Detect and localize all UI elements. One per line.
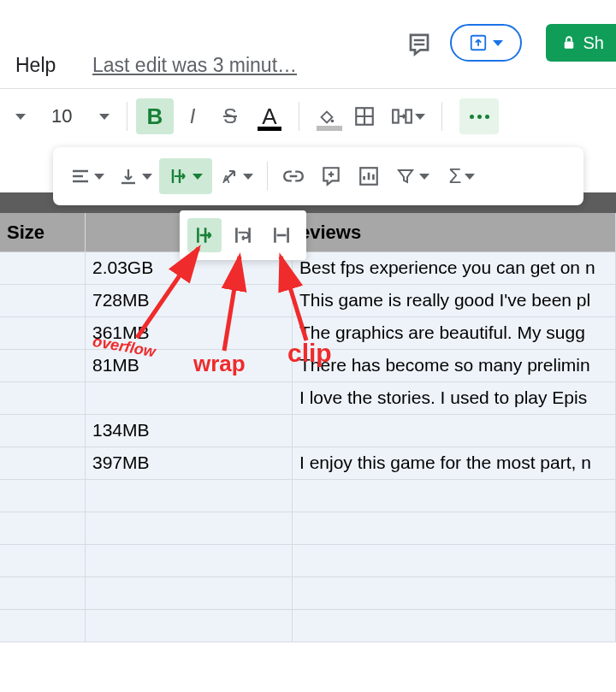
text-wrap-menu [180,210,306,260]
cell-size[interactable] [86,545,293,577]
wrap-option-wrap[interactable] [226,218,260,252]
cell-review[interactable]: Best fps experience you can get on n [293,252,616,284]
cell-review[interactable]: The graphics are beautiful. My sugg [293,317,616,349]
insert-chart-button[interactable] [350,158,388,194]
horizontal-align-button[interactable] [63,158,111,194]
cell-review[interactable]: There has become so many prelimin [293,350,616,381]
svg-rect-5 [406,109,412,122]
cell-size[interactable] [86,610,293,642]
more-tools-button[interactable] [459,98,499,134]
help-menu[interactable]: Help [15,54,56,77]
present-button[interactable] [450,24,522,62]
font-size-value: 10 [51,105,72,127]
spreadsheet-grid[interactable]: Size eviews 2.03GBBest fps experience yo… [0,192,616,692]
cell-review[interactable]: I love the stories. I used to play Epis [293,382,616,414]
functions-button[interactable]: Σ [437,158,487,194]
column-header-size[interactable]: Size [0,213,86,251]
filter-icon [395,166,416,186]
cell-review[interactable] [293,577,616,609]
link-icon [282,165,305,187]
wrap-icon [232,224,254,246]
chart-icon [358,165,380,187]
cell-review[interactable] [293,610,616,642]
table-row[interactable] [0,610,616,642]
format-toolbar: 10 B I S A [0,89,616,144]
cell-size[interactable]: 361MB [86,317,293,349]
last-edit-link[interactable]: Last edit was 3 minut… [92,54,297,77]
cell-size[interactable]: 134MB [86,415,293,447]
table-row[interactable]: 397MBI enjoy this game for the most part… [0,447,616,480]
borders-button[interactable] [346,98,383,134]
table-row[interactable] [0,480,616,512]
upload-icon [469,33,488,52]
wrap-option-clip[interactable] [264,218,299,252]
text-wrap-button[interactable] [159,158,212,194]
strikethrough-button[interactable]: S [211,98,249,134]
column-header-reviews[interactable]: eviews [293,213,616,251]
cell-size[interactable] [86,382,293,414]
align-left-icon [70,166,91,186]
share-button[interactable]: Sh [546,24,616,62]
sigma-icon: Σ [449,164,462,188]
add-comment-icon [320,165,342,187]
cell-review[interactable] [293,415,616,447]
cell-size[interactable]: 728MB [86,285,293,316]
table-row[interactable]: I love the stories. I used to play Epis [0,382,616,415]
share-label: Sh [583,33,604,53]
toolbar-separator [299,102,299,131]
cell-review[interactable] [293,480,616,512]
wrap-option-overflow[interactable] [187,218,222,252]
cell-size[interactable] [86,577,293,609]
table-row[interactable]: 361MBThe graphics are beautiful. My sugg [0,317,616,350]
comments-button[interactable] [400,26,438,63]
cell-review[interactable]: This game is really good I've been pl [293,285,616,316]
toolbar-separator [127,102,127,131]
table-row[interactable] [0,577,616,610]
vertical-align-button[interactable] [111,158,159,194]
toolbar-separator [441,102,442,131]
chevron-down-icon [142,174,152,180]
cell-review[interactable] [293,545,616,577]
chevron-down-icon [465,174,475,180]
table-row[interactable]: 2.03GBBest fps experience you can get on… [0,252,616,285]
borders-icon [353,105,376,127]
svg-text:A: A [222,174,230,186]
text-color-button[interactable]: A [249,98,290,134]
text-rotation-button[interactable]: A [212,158,260,194]
insert-link-button[interactable] [275,158,312,194]
table-row[interactable] [0,545,616,577]
table-row[interactable] [0,512,616,545]
fill-color-button[interactable] [308,98,346,134]
table-row[interactable]: 81MBThere has become so many prelimin [0,350,616,382]
font-dropdown[interactable] [5,98,36,134]
bold-button[interactable]: B [136,98,174,134]
ellipsis-icon [485,115,489,119]
chevron-down-icon [415,114,425,120]
text-rotation-icon: A [219,166,240,186]
menu-bar: Help Last edit was 3 minut… Sh [0,0,616,89]
filter-button[interactable] [388,158,437,194]
cell-size[interactable] [86,480,293,512]
table-row[interactable]: 134MB [0,415,616,447]
text-color-letter: A [262,104,276,130]
italic-button[interactable]: I [174,98,211,134]
toolbar-separator [267,162,268,191]
font-size-select[interactable]: 10 [36,98,118,134]
chevron-down-icon [493,40,503,46]
cell-size[interactable] [86,512,293,544]
text-color-swatch [258,127,281,131]
chevron-down-icon [243,174,253,180]
cell-size[interactable]: 81MB [86,350,293,381]
cell-review[interactable]: I enjoy this game for the most part, n [293,447,616,479]
cell-review[interactable] [293,512,616,544]
merge-cells-button[interactable] [383,98,433,134]
insert-comment-button[interactable] [312,158,350,194]
chevron-down-icon [192,174,203,180]
cell-size[interactable]: 397MB [86,447,293,479]
lock-icon [561,35,577,50]
table-row[interactable]: 728MBThis game is really good I've been … [0,285,616,317]
svg-rect-1 [564,42,573,49]
chevron-down-icon [15,114,26,120]
chevron-down-icon [99,114,110,120]
ellipsis-icon [477,115,482,119]
